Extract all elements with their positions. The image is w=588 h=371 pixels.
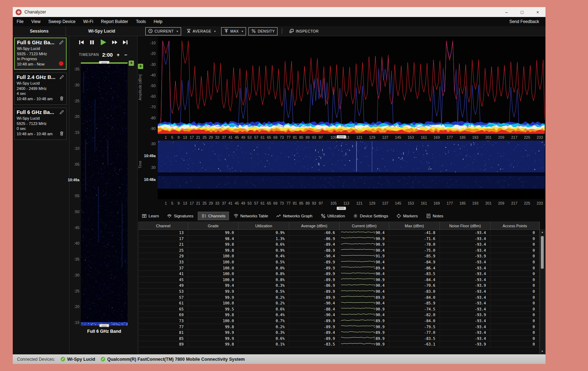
table-row[interactable]: 5799.90.2%-89.9-89.9-84.0-93.40	[139, 295, 539, 301]
cell-grade: 99.9	[188, 289, 239, 294]
table-row[interactable]: 45100.00.8%-89.9-90.9-84.4-93.40	[139, 277, 539, 283]
menu-item-view[interactable]: View	[27, 17, 44, 26]
scroll-down-arrow-icon[interactable]: ▼	[540, 349, 544, 354]
fast-forward-button[interactable]	[112, 40, 118, 45]
table-row[interactable]: 33100.00.5%-89.9-90.4-84.9-93.40	[139, 259, 539, 265]
column-header-noise-floor-dbm[interactable]: Noise Floor (dBm)	[440, 222, 491, 229]
scrollbar-thumb[interactable]	[541, 236, 544, 269]
session-status: 0 sec	[17, 126, 64, 131]
edit-pencil-icon[interactable]	[59, 75, 64, 80]
table-row[interactable]: 8999.80.1%-83.5-90.9-63.1-93.90	[139, 341, 539, 347]
table-row[interactable]: 8199.90.3%-89.4-89.9-77.0-93.40	[139, 330, 539, 336]
menu-item-file[interactable]: File	[13, 17, 27, 26]
column-header-utilization[interactable]: Utilization	[239, 222, 289, 229]
edit-pencil-icon[interactable]	[59, 110, 64, 115]
waterfall-time-tick: :55	[58, 194, 79, 198]
maximize-button[interactable]: □	[514, 7, 530, 17]
table-row[interactable]: 73100.00.7%-89.9-89.9-84.0-93.40	[139, 318, 539, 324]
toolbar-button-average[interactable]: AVERAGE▾	[184, 27, 219, 35]
menu-item-tools[interactable]: Tools	[132, 17, 150, 26]
channel-tick-label: 121	[353, 135, 365, 139]
session-card[interactable]: Full 6 GHz Ba...Wi-Spy Lucid5925 - 7123 …	[14, 38, 67, 70]
tab-notes[interactable]: Notes	[422, 212, 447, 220]
tab-device-settings[interactable]: Device Settings	[349, 212, 392, 220]
tab-signatures[interactable]: Signatures	[163, 212, 197, 220]
column-header-current-dbm[interactable]: Current (dBm)	[340, 222, 389, 229]
scroll-up-arrow-icon[interactable]: ▲	[540, 230, 544, 235]
chevron-down-icon[interactable]: ▾	[242, 30, 243, 33]
table-row[interactable]: 2199.80.6%-89.4-90.9-78.0-93.40	[139, 241, 539, 247]
send-feedback-link[interactable]: Send Feedback	[503, 19, 545, 24]
tab-markers[interactable]: Markers	[393, 212, 421, 220]
current-sparkline	[341, 258, 375, 264]
splitter-handle-top[interactable]	[337, 135, 346, 138]
cell-noise-floor-dbm: -93.4	[440, 230, 491, 235]
tab-label: Signatures	[174, 214, 193, 218]
close-button[interactable]: ×	[530, 7, 545, 17]
table-row[interactable]: 4999.40.3%-86.9-90.4-70.6-93.90	[139, 282, 539, 289]
cell-channel: 85	[139, 336, 188, 341]
toolbar-button-inspector[interactable]: INSPECTOR	[286, 27, 321, 35]
column-header-channel[interactable]: Channel	[139, 222, 188, 229]
splitter-handle-bottom[interactable]	[337, 207, 346, 210]
table-row[interactable]: 8599.90.6%-89.9-89.9-83.5-93.40	[139, 336, 539, 342]
table-row[interactable]: 1399.00.9%-60.6-90.4-41.8-93.40	[139, 230, 539, 236]
edit-pencil-icon[interactable]	[59, 40, 64, 45]
skip-to-start-button[interactable]	[78, 40, 84, 45]
session-frequency-range: 5925 - 7123 MHz	[17, 51, 64, 57]
session-card[interactable]: Full 6 GHz Ba...Wi-Spy Lucid5925 - 7123 …	[14, 108, 67, 140]
minimize-button[interactable]: –	[499, 7, 514, 17]
tab-networks-table[interactable]: Networks Table	[230, 212, 271, 220]
table-row[interactable]: 61100.00.2%-90.4-90.4-85.9-93.40	[139, 300, 539, 306]
cell-utilization: 0.3%	[239, 282, 289, 288]
table-row[interactable]: 37100.00.0%-89.9-89.4-86.4-93.40	[139, 265, 539, 271]
menu-item-report-builder[interactable]: Report Builder	[97, 17, 132, 26]
timespan-decrease-button[interactable]: −	[123, 52, 128, 58]
toolbar-button-density[interactable]: DENSITY	[248, 27, 278, 35]
toolbar-button-current[interactable]: CURRENT▾	[145, 27, 181, 35]
cell-utilization: 0.9%	[239, 230, 289, 235]
menu-item-wi-fi[interactable]: Wi-Fi	[79, 17, 97, 26]
pause-button[interactable]	[89, 40, 95, 45]
cell-access-points: 0	[491, 277, 539, 282]
session-waterfall[interactable]	[81, 64, 128, 326]
tab-networks-graph[interactable]: Networks Graph	[273, 212, 316, 220]
table-row[interactable]: 2599.80.9%-88.9-90.4-75.0-93.40	[139, 247, 539, 253]
timespan-increase-button[interactable]: +	[116, 52, 120, 58]
table-row[interactable]: 7799.80.2%-89.9-90.9-79.5-93.40	[139, 324, 539, 330]
marker-icon	[396, 213, 401, 218]
table-row[interactable]: 1798.41.3%-86.9-90.9-71.6-93.40	[139, 236, 539, 242]
column-header-max-dbm[interactable]: Max (dBm)	[389, 222, 440, 229]
channel-tick-label: 193	[469, 135, 481, 139]
tab-learn[interactable]: Learn	[138, 212, 162, 220]
amplitude-tick-label: -60	[138, 94, 157, 98]
column-header-grade[interactable]: Grade	[188, 222, 239, 229]
table-row[interactable]: 29100.00.4%-90.4-91.9-85.9-93.90	[139, 253, 539, 259]
add-timespan-button[interactable]: +	[129, 61, 134, 66]
table-row[interactable]: 6599.50.6%-88.4-90.9-74.5-93.40	[139, 306, 539, 312]
table-row[interactable]: 41100.00.8%-89.9-90.4-83.5-93.40	[139, 271, 539, 277]
current-sparkline	[341, 293, 375, 299]
waterfall-plot[interactable]	[158, 141, 545, 199]
chevron-down-icon[interactable]: ▾	[214, 30, 215, 33]
tab-utilization[interactable]: Utilization	[317, 212, 349, 220]
chevron-down-icon[interactable]: ▾	[177, 30, 178, 33]
waterfall-bottom-handle[interactable]	[99, 324, 109, 327]
amplitude-tick-label: -30	[138, 62, 157, 67]
signatures-icon	[167, 213, 172, 218]
menu-item-help[interactable]: Help	[150, 17, 167, 26]
session-card-title-row: Full 6 GHz Ba...	[15, 38, 66, 46]
menu-item-sweep-device[interactable]: Sweep Device	[44, 17, 79, 26]
column-header-access-points[interactable]: Access Points	[491, 222, 539, 229]
play-button[interactable]	[100, 39, 107, 46]
table-scrollbar[interactable]: ▲ ▼	[540, 229, 545, 354]
main-content: Full 6 GHz Ba...Wi-Spy Lucid5925 - 7123 …	[13, 36, 545, 354]
waterfall-time-tick: :45	[58, 226, 79, 230]
spectrum-plot[interactable]	[158, 36, 545, 134]
toolbar-button-max[interactable]: MAX▾	[221, 27, 246, 35]
table-row[interactable]: 5399.90.5%-89.9-90.4-83.0-93.40	[139, 289, 539, 295]
skip-to-end-button[interactable]	[122, 40, 128, 45]
table-row[interactable]: 6999.80.4%-90.4-90.4-82.0-93.90	[139, 312, 539, 318]
tab-channels[interactable]: Channels	[198, 212, 229, 220]
column-header-average-dbm[interactable]: Average (dBm)	[289, 222, 340, 229]
